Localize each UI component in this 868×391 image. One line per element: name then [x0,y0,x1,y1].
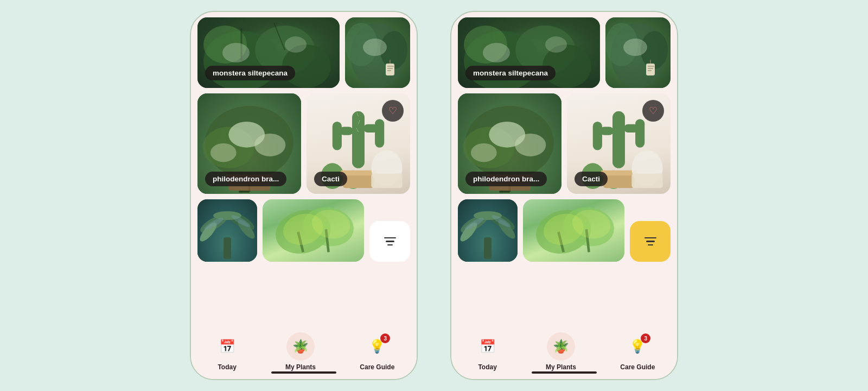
philodendron-label-right: philodendron bra... [465,172,547,186]
tropical-card-right[interactable] [523,199,624,262]
philodendron-card-left[interactable]: philodendron bra... [197,93,301,194]
home-indicator-left [271,371,336,374]
nav-today-left[interactable]: 📅 Today [213,332,241,371]
top-right-card-left[interactable] [345,17,410,88]
careguide-icon-wrapper-left: 💡 3 [363,332,391,361]
philodendron-label-left: philodendron bra... [205,172,286,186]
bottom-nav-left: 📅 Today 🪴 My Plants 💡 3 Care Guide [191,325,417,379]
cacti-label-left: Cacti [314,172,347,186]
bottom-nav-right: 📅 Today 🪴 My Plants 💡 3 Care Guide [451,325,677,379]
svg-point-6 [222,43,250,62]
today-icon-right: 📅 [480,339,496,354]
svg-point-58 [483,43,510,62]
svg-rect-28 [333,122,342,150]
svg-point-7 [285,36,307,53]
tropical-card-left[interactable] [263,199,364,262]
today-icon-wrapper-left: 📅 [213,332,241,361]
row-1-right: monstera siltepecana [458,17,671,88]
svg-point-73 [471,143,497,162]
monstera-card-left[interactable]: monstera siltepecana [197,17,340,88]
row-1-left: monstera siltepecana [197,17,410,88]
myplants-icon-wrapper-right: 🪴 [547,332,575,361]
row-3-right [458,199,671,262]
row-2-right: philodendron bra... [458,93,671,194]
svg-rect-82 [635,119,644,148]
filter-icon-left [384,237,396,246]
svg-rect-78 [612,111,625,168]
svg-rect-88 [631,173,662,188]
svg-point-59 [545,36,567,53]
today-label-right: Today [478,363,496,371]
careguide-label-left: Care Guide [360,363,394,371]
svg-rect-26 [352,111,365,168]
svg-rect-80 [593,122,602,150]
monstera-label-right: monstera siltepecana [465,66,556,80]
svg-point-63 [623,39,647,56]
filter-button-right[interactable] [630,221,671,262]
nav-careguide-left[interactable]: 💡 3 Care Guide [360,332,394,371]
dracaena-card-left[interactable] [197,199,257,262]
myplants-icon-right: 🪴 [553,339,569,354]
badge-left: 3 [380,333,390,343]
nav-myplants-left[interactable]: 🪴 My Plants [285,332,316,371]
home-indicator-right [532,371,597,374]
nav-careguide-right[interactable]: 💡 3 Care Guide [620,332,655,371]
today-icon-wrapper-right: 📅 [474,332,502,361]
svg-rect-40 [224,237,231,259]
plant-grid-right: monstera siltepecana [451,12,677,325]
monstera-label-left: monstera siltepecana [205,66,295,80]
heart-icon-right: ♡ [649,105,658,117]
phone-left: monstera siltepecana [190,11,418,380]
myplants-label-right: My Plants [546,363,576,371]
svg-point-72 [515,134,546,156]
today-label-left: Today [218,363,236,371]
svg-point-21 [210,143,237,162]
svg-point-11 [363,39,387,56]
nav-today-right[interactable]: 📅 Today [474,332,502,371]
top-right-card-right[interactable] [605,17,671,88]
cacti-card-left[interactable]: ♡ Cacti [307,93,410,194]
careguide-icon-wrapper-right: 💡 3 [623,332,652,361]
cacti-heart-right[interactable]: ♡ [642,100,664,122]
myplants-icon-left: 🪴 [292,339,309,354]
row-3-left [197,199,410,262]
cacti-label-right: Cacti [575,172,608,186]
filter-button-left[interactable] [369,221,410,262]
nav-myplants-right[interactable]: 🪴 My Plants [546,332,576,371]
myplants-label-left: My Plants [285,363,316,371]
row-2-left: philodendron bra... [197,93,410,194]
filter-icon-right [644,237,656,246]
svg-rect-89 [484,237,492,259]
svg-rect-12 [386,64,394,75]
careguide-label-right: Care Guide [620,363,655,371]
badge-right: 3 [641,333,650,343]
today-icon-left: 📅 [219,339,235,354]
svg-point-20 [254,134,285,156]
myplants-icon-wrapper-left: 🪴 [286,332,315,361]
dracaena-card-right[interactable] [458,199,518,262]
plant-grid-left: monstera siltepecana [191,12,417,325]
monstera-card-right[interactable]: monstera siltepecana [458,17,600,88]
cacti-heart-left[interactable]: ♡ [382,100,404,122]
svg-rect-39 [371,173,402,188]
cacti-card-right[interactable]: ♡ Cacti [567,93,671,194]
phone-right: monstera siltepecana [450,11,678,380]
heart-icon-left: ♡ [388,105,397,117]
philodendron-card-right[interactable]: philodendron bra... [458,93,561,194]
svg-rect-64 [646,64,655,75]
svg-rect-30 [375,119,384,148]
